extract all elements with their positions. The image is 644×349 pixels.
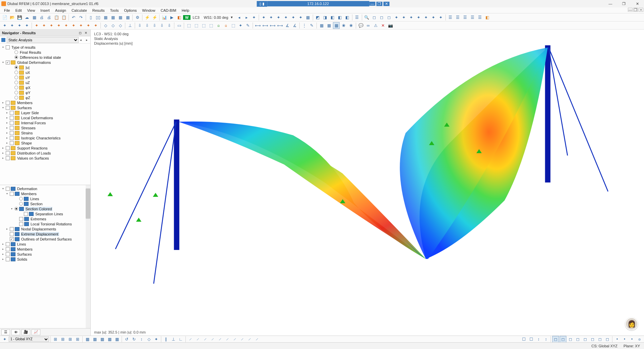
results-color-button[interactable]: ◧ <box>176 14 182 21</box>
select-a-button[interactable]: ▭ <box>176 22 182 29</box>
support-a-button[interactable]: ◇ <box>102 22 109 29</box>
undo-button[interactable]: ↶ <box>70 14 77 21</box>
visibility-a-button[interactable]: ☰ <box>447 14 454 21</box>
tree-item--y[interactable]: φY <box>1 90 90 95</box>
twisty-icon[interactable]: ▸ <box>5 121 9 125</box>
radio[interactable] <box>14 55 18 59</box>
filter-g-button[interactable]: ▦ <box>305 14 311 21</box>
camera-button[interactable]: 📷 <box>387 22 394 29</box>
align-e-button[interactable]: ∡ <box>284 22 291 29</box>
visibility-b-button[interactable]: ☰ <box>455 14 461 21</box>
analysis-next-button[interactable]: ▸ <box>84 38 89 42</box>
tree-item-stresses[interactable]: ▸Stresses <box>1 125 90 130</box>
panel-2-button[interactable]: ▯▯ <box>95 14 101 21</box>
results-on-button[interactable]: 📊 <box>161 14 168 21</box>
scrollbar-thumb[interactable] <box>86 188 90 219</box>
menu-cad-bim[interactable]: CAD-BIM <box>158 8 179 13</box>
select-b-button[interactable]: ⬚ <box>185 22 192 29</box>
twisty-icon[interactable]: ▸ <box>5 136 9 140</box>
select-c-button[interactable]: ⬚ <box>193 22 200 29</box>
table-results-button[interactable]: ▦ <box>110 14 116 21</box>
checkbox[interactable] <box>19 217 23 221</box>
twisty-icon[interactable]: ▸ <box>1 248 5 251</box>
twisty-icon[interactable]: ▸ <box>1 258 5 261</box>
menu-help[interactable]: Help <box>179 8 192 13</box>
menu-assign[interactable]: Assign <box>52 8 69 13</box>
checkbox[interactable] <box>6 146 10 150</box>
align-c-button[interactable]: ⟷ <box>269 22 276 29</box>
view-b-button[interactable]: ◨ <box>322 14 329 21</box>
tree-item-type-of-results[interactable]: ▾Type of results <box>1 45 90 50</box>
checkbox[interactable] <box>24 212 28 216</box>
view-y-button[interactable]: ◻ <box>386 14 392 21</box>
chart-b-button[interactable]: ⩄ <box>222 22 229 29</box>
twisty-icon[interactable]: ▸ <box>1 151 5 155</box>
menu-results[interactable]: Results <box>90 8 108 13</box>
twisty-icon[interactable]: ▸ <box>5 116 9 120</box>
bt-5[interactable]: ▦ <box>84 336 91 343</box>
checkbox[interactable] <box>6 257 10 261</box>
tree-item-shape[interactable]: ▸Shape <box>1 140 90 145</box>
twisty-icon[interactable]: ▾ <box>1 46 5 49</box>
radio[interactable] <box>14 66 18 69</box>
view-misc-1-button[interactable]: ✦ <box>408 14 415 21</box>
filter-f-button[interactable]: ✦ <box>297 14 304 21</box>
checkbox[interactable] <box>6 247 10 251</box>
twisty-icon[interactable]: ▾ <box>1 106 5 110</box>
calc-params-button[interactable]: ⚙ <box>134 14 141 21</box>
dim-a-button[interactable]: ⊥ <box>127 22 133 29</box>
radio[interactable] <box>14 96 18 99</box>
select-d-button[interactable]: ⬚ <box>200 22 207 29</box>
chart-c-button[interactable]: ⬚ <box>230 22 237 29</box>
edit-d-button[interactable]: ✦ <box>24 22 30 29</box>
checkbox[interactable] <box>10 227 14 231</box>
filter-b-button[interactable]: ✦ <box>268 14 274 21</box>
edit-a-button[interactable]: ✦ <box>1 22 8 29</box>
checkbox[interactable] <box>6 187 10 191</box>
tree-item-lines[interactable]: ▸Lines <box>1 242 90 247</box>
loadcase-select[interactable]: LC3 <box>191 15 201 19</box>
filter-a-button[interactable]: ✦ <box>260 14 267 21</box>
open-button[interactable]: 📂 <box>9 14 15 21</box>
navigator-close-button[interactable]: ✕ <box>84 31 88 35</box>
cloud-button[interactable]: ☁ <box>24 14 30 21</box>
chart-a-button[interactable]: ⩄ <box>215 22 222 29</box>
tree-item-uz[interactable]: uZ <box>1 80 90 85</box>
radio[interactable] <box>14 86 18 89</box>
panel-1-button[interactable]: ▯ <box>87 14 94 21</box>
tree-item-internal-forces[interactable]: ▸Internal Forces <box>1 120 90 125</box>
table-color-button[interactable]: ▦ <box>124 14 131 21</box>
tree-item-members[interactable]: ▸Members <box>1 247 90 252</box>
tree-item-extreme-displacement[interactable]: Extreme Displacement <box>1 231 90 236</box>
load-e-button[interactable]: ⇩ <box>166 22 173 29</box>
visibility-c-button[interactable]: ☰ <box>462 14 469 21</box>
assistant-avatar[interactable]: 👩 <box>625 317 638 330</box>
table-main-button[interactable]: ▦ <box>102 14 109 21</box>
tree-item-strains[interactable]: ▸Strains <box>1 130 90 135</box>
viewport[interactable]: LC3 - WS1: 0.00 deg Static Analysis Disp… <box>91 30 644 336</box>
twisty-icon[interactable]: ▾ <box>10 207 13 211</box>
filter-e-button[interactable]: ✦ <box>290 14 297 21</box>
checkbox[interactable] <box>6 45 10 49</box>
load-c-button[interactable]: ⇩ <box>151 22 158 29</box>
bt-4[interactable]: ⊞ <box>74 336 81 343</box>
bt-1[interactable]: ⊞ <box>52 336 59 343</box>
menu-edit[interactable]: Edit <box>13 8 25 13</box>
tree-item-members[interactable]: ▸Members <box>1 100 90 105</box>
checkbox[interactable] <box>19 222 23 226</box>
twisty-icon[interactable]: ▸ <box>1 157 5 160</box>
align-f-button[interactable]: ∡ <box>291 22 298 29</box>
checkbox[interactable] <box>6 156 10 160</box>
twisty-icon[interactable]: ▾ <box>1 61 5 64</box>
copy-button[interactable]: 📋 <box>53 14 60 21</box>
checkbox[interactable] <box>6 151 10 155</box>
tree-item-extremes[interactable]: Extremes <box>1 216 90 221</box>
close-button[interactable]: ✕ <box>631 0 644 7</box>
info-b-button[interactable]: ∞ <box>365 22 372 29</box>
twisty-icon[interactable]: ▾ <box>1 187 5 190</box>
menu-insert[interactable]: Insert <box>38 8 52 13</box>
misc-1-button[interactable]: ✦ <box>78 22 84 29</box>
tree-item-separation-lines[interactable]: Separation Lines <box>1 211 90 216</box>
visibility-e-button[interactable]: ☰ <box>477 14 483 21</box>
view-misc-3-button[interactable]: ✦ <box>423 14 429 21</box>
